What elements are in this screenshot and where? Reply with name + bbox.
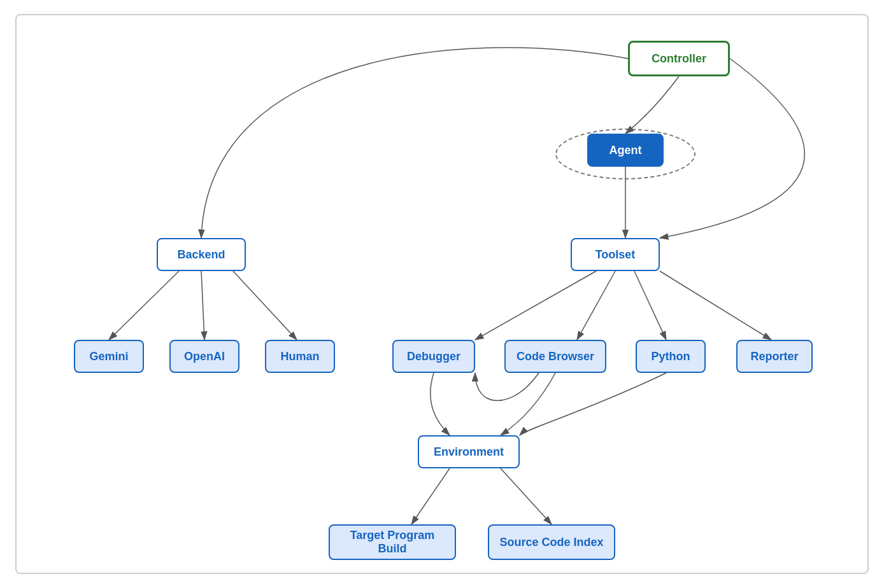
openai-label: OpenAI [184,350,225,363]
gemini-node: Gemini [74,340,144,373]
agent-node: Agent [587,134,664,167]
arrows-svg [17,15,870,575]
environment-label: Environment [434,445,504,459]
python-node: Python [636,340,706,373]
reporter-node: Reporter [736,340,813,373]
sourcecode-node: Source Code Index [488,524,615,560]
human-node: Human [265,340,335,373]
backend-label: Backend [177,248,225,262]
codebrowser-label: Code Browser [517,350,594,363]
toolset-label: Toolset [595,248,636,262]
gemini-label: Gemini [89,350,128,363]
sourcecode-label: Source Code Index [499,536,603,549]
controller-label: Controller [652,52,706,66]
python-label: Python [652,350,690,363]
targetbuild-label: Target Program Build [339,529,446,556]
agent-label: Agent [610,144,642,157]
toolset-node: Toolset [571,238,660,271]
human-label: Human [280,350,319,363]
environment-node: Environment [418,435,520,468]
targetbuild-node: Target Program Build [329,524,456,560]
openai-node: OpenAI [169,340,239,373]
codebrowser-node: Code Browser [504,340,606,373]
diagram-container: Controller Agent Backend Toolset Gemini … [15,14,869,574]
backend-node: Backend [157,238,246,271]
controller-node: Controller [628,41,730,76]
debugger-label: Debugger [407,350,460,363]
debugger-node: Debugger [392,340,475,373]
reporter-label: Reporter [750,350,798,363]
